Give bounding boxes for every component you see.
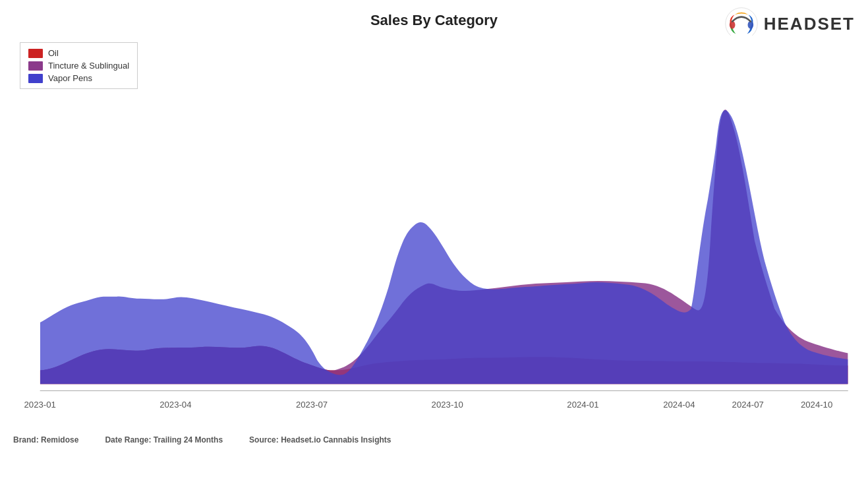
legend-swatch-tincture [28, 61, 43, 71]
legend-label-vapor: Vapor Pens [48, 73, 92, 83]
legend-swatch-oil [28, 49, 43, 58]
svg-text:2023-07: 2023-07 [296, 400, 328, 410]
footer-source-label: Source: [249, 435, 279, 445]
svg-text:2023-04: 2023-04 [159, 400, 191, 410]
legend-item-oil: Oil [28, 48, 129, 58]
chart-legend: Oil Tincture & Sublingual Vapor Pens [20, 42, 138, 89]
header: Sales By Category [0, 0, 868, 36]
legend-item-vapor: Vapor Pens [28, 73, 129, 83]
logo-text: HEADSET [764, 14, 855, 34]
footer-daterange-value: Trailing 24 Months [154, 435, 223, 445]
footer-daterange: Date Range: Trailing 24 Months [105, 434, 223, 446]
chart-svg: 2023-01 2023-04 2023-07 2023-10 2024-01 … [7, 36, 861, 418]
svg-text:2024-01: 2024-01 [567, 400, 598, 410]
footer-brand-label: Brand: [13, 435, 39, 445]
chart-title: Sales By Category [370, 12, 498, 29]
legend-label-tincture: Tincture & Sublingual [48, 61, 129, 71]
page-container: Sales By Category [0, 0, 868, 492]
svg-text:2023-01: 2023-01 [24, 400, 56, 410]
svg-text:2024-07: 2024-07 [732, 400, 764, 410]
footer-row: Brand: Remidose Date Range: Trailing 24 … [13, 434, 855, 446]
footer-info: Brand: Remidose Date Range: Trailing 24 … [0, 431, 868, 446]
chart-wrapper: Oil Tincture & Sublingual Vapor Pens [7, 36, 861, 431]
footer-source: Source: Headset.io Cannabis Insights [249, 434, 391, 446]
footer-source-value: Headset.io Cannabis Insights [281, 435, 391, 445]
svg-text:2023-10: 2023-10 [432, 400, 463, 410]
svg-text:2024-10: 2024-10 [801, 400, 832, 410]
svg-text:2024-04: 2024-04 [663, 400, 695, 410]
chart-inner: Oil Tincture & Sublingual Vapor Pens [7, 36, 861, 418]
legend-label-oil: Oil [48, 48, 59, 58]
footer-daterange-label: Date Range: [105, 435, 151, 445]
legend-swatch-vapor [28, 74, 43, 83]
legend-item-tincture: Tincture & Sublingual [28, 61, 129, 71]
footer-brand: Brand: Remidose [13, 434, 78, 446]
footer-brand-value: Remidose [41, 435, 78, 445]
